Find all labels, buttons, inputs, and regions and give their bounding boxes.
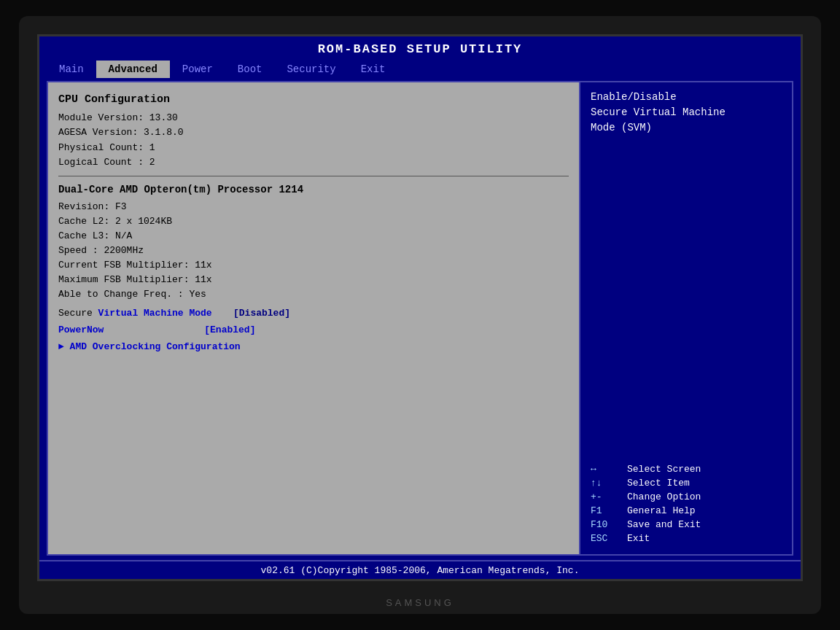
processor-name: Dual-Core AMD Opteron(tm) Processor 1214 bbox=[58, 182, 569, 198]
key-plusminus: +- bbox=[591, 491, 627, 502]
overclocking-row[interactable]: ► AMD Overclocking Configuration bbox=[58, 340, 569, 354]
key-change-option-desc: Change Option bbox=[627, 491, 701, 502]
bios-screen: ROM-BASED SETUP UTILITY Main Advanced Po… bbox=[37, 34, 803, 581]
help-line1: Enable/Disable bbox=[591, 90, 782, 105]
divider-1 bbox=[58, 176, 569, 176]
speed: Speed : 2200MHz bbox=[58, 244, 569, 258]
key-f1-label: F1 bbox=[591, 505, 627, 516]
current-fsb: Current FSB Multiplier: 11x bbox=[58, 258, 569, 273]
key-arrows-ud: ↑↓ bbox=[591, 478, 627, 489]
tab-exit[interactable]: Exit bbox=[349, 61, 398, 78]
svm-value: [Disabled] bbox=[233, 306, 290, 321]
help-line3: Mode (SVM) bbox=[591, 120, 782, 136]
key-save-exit-desc: Save and Exit bbox=[627, 519, 701, 530]
footer: v02.61 (C)Copyright 1985-2006, American … bbox=[39, 560, 801, 579]
key-esc-label: ESC bbox=[591, 533, 627, 544]
svm-row[interactable]: Secure Virtual Machine Mode [Disabled] bbox=[58, 306, 569, 321]
tab-row: Main Advanced Power Boot Security Exit bbox=[39, 61, 801, 78]
logical-count: Logical Count : 2 bbox=[58, 155, 569, 170]
main-content: CPU Configuration Module Version: 13.30 … bbox=[47, 81, 793, 556]
bios-title: ROM-BASED SETUP UTILITY bbox=[39, 36, 801, 61]
powernow-row[interactable]: PowerNow [Enabled] bbox=[58, 323, 569, 338]
key-f10: F10 Save and Exit bbox=[591, 519, 782, 530]
cache-l2: Cache L2: 2 x 1024KB bbox=[58, 214, 569, 229]
key-f1: F1 General Help bbox=[591, 505, 782, 516]
key-general-help-desc: General Help bbox=[627, 505, 696, 516]
monitor-brand: SAMSUNG bbox=[386, 597, 454, 608]
tab-advanced[interactable]: Advanced bbox=[96, 61, 170, 78]
powernow-value: [Enabled] bbox=[204, 324, 255, 335]
keybindings: ↔ Select Screen ↑↓ Select Item +- Change… bbox=[591, 464, 782, 547]
key-change-option: +- Change Option bbox=[591, 491, 782, 502]
agesa-version: AGESA Version: 3.1.8.0 bbox=[58, 125, 569, 140]
tab-power[interactable]: Power bbox=[170, 61, 225, 78]
key-esc: ESC Exit bbox=[591, 533, 782, 544]
title-text: ROM-BASED SETUP UTILITY bbox=[318, 42, 523, 56]
right-panel: Enable/Disable Secure Virtual Machine Mo… bbox=[580, 82, 792, 554]
key-select-screen: ↔ Select Screen bbox=[591, 464, 782, 475]
section-title: CPU Configuration bbox=[58, 91, 569, 108]
change-freq: Able to Change Freq. : Yes bbox=[58, 287, 569, 302]
revision: Revision: F3 bbox=[58, 200, 569, 214]
key-select-screen-desc: Select Screen bbox=[627, 464, 701, 475]
key-arrows-lr: ↔ bbox=[591, 464, 627, 475]
overclocking-label: ► AMD Overclocking Configuration bbox=[58, 341, 241, 352]
module-version: Module Version: 13.30 bbox=[58, 111, 569, 125]
tab-boot[interactable]: Boot bbox=[225, 61, 275, 78]
tab-security[interactable]: Security bbox=[274, 61, 348, 78]
maximum-fsb: Maximum FSB Multiplier: 11x bbox=[58, 273, 569, 287]
footer-text: v02.61 (C)Copyright 1985-2006, American … bbox=[261, 565, 580, 576]
key-f10-label: F10 bbox=[591, 519, 627, 530]
tab-main[interactable]: Main bbox=[47, 61, 96, 78]
cache-l3: Cache L3: N/A bbox=[58, 229, 569, 244]
key-select-item: ↑↓ Select Item bbox=[591, 478, 782, 489]
monitor: ROM-BASED SETUP UTILITY Main Advanced Po… bbox=[19, 16, 821, 614]
help-line2: Secure Virtual Machine bbox=[591, 105, 782, 120]
key-select-item-desc: Select Item bbox=[627, 478, 690, 489]
help-text: Enable/Disable Secure Virtual Machine Mo… bbox=[591, 90, 782, 464]
key-exit-desc: Exit bbox=[627, 533, 650, 544]
powernow-label: PowerNow bbox=[58, 324, 104, 335]
left-panel: CPU Configuration Module Version: 13.30 … bbox=[48, 82, 580, 554]
svm-label: Secure Virtual Machine Mode bbox=[58, 306, 233, 321]
physical-count: Physical Count: 1 bbox=[58, 141, 569, 155]
